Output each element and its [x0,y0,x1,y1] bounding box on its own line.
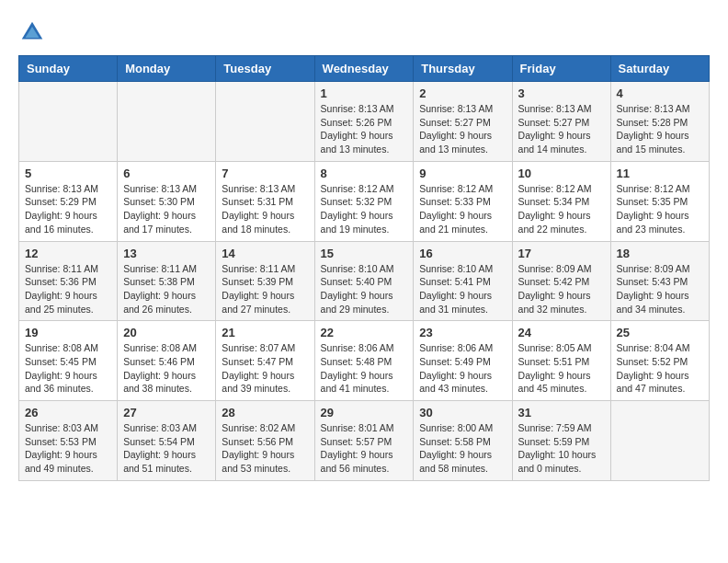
calendar-header-monday: Monday [118,56,216,82]
day-info: Sunrise: 8:13 AMSunset: 5:26 PMDaylight:… [321,102,408,156]
day-number: 21 [222,326,308,339]
calendar-cell: 24Sunrise: 8:05 AMSunset: 5:51 PMDayligh… [512,321,610,401]
calendar-header-friday: Friday [512,56,610,82]
calendar-week-row: 12Sunrise: 8:11 AMSunset: 5:36 PMDayligh… [19,241,710,321]
day-number: 18 [617,247,703,260]
logo [18,18,50,46]
day-info: Sunrise: 8:07 AMSunset: 5:47 PMDaylight:… [222,341,308,396]
calendar-cell [610,401,709,481]
calendar-cell: 15Sunrise: 8:10 AMSunset: 5:40 PMDayligh… [314,241,414,321]
calendar-week-row: 5Sunrise: 8:13 AMSunset: 5:29 PMDaylight… [19,161,710,241]
calendar-cell: 14Sunrise: 8:11 AMSunset: 5:39 PMDayligh… [216,241,314,321]
day-info: Sunrise: 8:00 AMSunset: 5:58 PMDaylight:… [419,421,506,476]
calendar-cell: 26Sunrise: 8:03 AMSunset: 5:53 PMDayligh… [19,401,118,481]
day-number: 11 [617,167,703,180]
day-number: 28 [222,406,308,419]
day-info: Sunrise: 8:12 AMSunset: 5:32 PMDaylight:… [321,182,408,236]
day-info: Sunrise: 8:11 AMSunset: 5:38 PMDaylight:… [123,262,210,316]
day-info: Sunrise: 8:03 AMSunset: 5:53 PMDaylight:… [25,421,111,476]
day-info: Sunrise: 8:08 AMSunset: 5:46 PMDaylight:… [123,341,210,396]
day-number: 24 [518,326,605,339]
calendar-cell: 29Sunrise: 8:01 AMSunset: 5:57 PMDayligh… [314,401,414,481]
day-number: 16 [419,247,506,260]
calendar-table: SundayMondayTuesdayWednesdayThursdayFrid… [18,55,710,481]
calendar-header-saturday: Saturday [610,56,709,82]
calendar-cell: 18Sunrise: 8:09 AMSunset: 5:43 PMDayligh… [610,241,709,321]
calendar-cell: 5Sunrise: 8:13 AMSunset: 5:29 PMDaylight… [19,161,118,241]
calendar-cell: 4Sunrise: 8:13 AMSunset: 5:28 PMDaylight… [610,82,709,162]
day-number: 15 [321,247,408,260]
day-info: Sunrise: 8:13 AMSunset: 5:29 PMDaylight:… [25,182,111,236]
day-info: Sunrise: 8:03 AMSunset: 5:54 PMDaylight:… [123,421,210,476]
day-info: Sunrise: 8:13 AMSunset: 5:31 PMDaylight:… [222,182,308,236]
day-number: 9 [419,167,506,180]
day-number: 19 [25,326,111,339]
day-info: Sunrise: 8:05 AMSunset: 5:51 PMDaylight:… [518,341,605,396]
calendar-cell: 30Sunrise: 8:00 AMSunset: 5:58 PMDayligh… [414,401,512,481]
calendar-cell: 1Sunrise: 8:13 AMSunset: 5:26 PMDaylight… [314,82,414,162]
day-number: 29 [321,406,408,419]
day-info: Sunrise: 8:13 AMSunset: 5:28 PMDaylight:… [617,102,703,156]
calendar-cell: 2Sunrise: 8:13 AMSunset: 5:27 PMDaylight… [414,82,512,162]
day-info: Sunrise: 8:12 AMSunset: 5:35 PMDaylight:… [617,182,703,236]
calendar-header-sunday: Sunday [19,56,118,82]
day-info: Sunrise: 8:13 AMSunset: 5:27 PMDaylight:… [419,102,506,156]
calendar-cell: 22Sunrise: 8:06 AMSunset: 5:48 PMDayligh… [314,321,414,401]
calendar-week-row: 1Sunrise: 8:13 AMSunset: 5:26 PMDaylight… [19,82,710,162]
day-number: 5 [25,167,111,180]
calendar-cell: 13Sunrise: 8:11 AMSunset: 5:38 PMDayligh… [118,241,216,321]
day-number: 20 [123,326,210,339]
day-info: Sunrise: 8:06 AMSunset: 5:49 PMDaylight:… [419,341,506,396]
calendar-cell: 17Sunrise: 8:09 AMSunset: 5:42 PMDayligh… [512,241,610,321]
logo-icon [18,18,46,46]
day-number: 13 [123,247,210,260]
day-number: 31 [518,406,605,419]
day-number: 4 [617,86,703,100]
day-info: Sunrise: 8:10 AMSunset: 5:41 PMDaylight:… [419,262,506,316]
day-info: Sunrise: 8:08 AMSunset: 5:45 PMDaylight:… [25,341,111,396]
day-number: 14 [222,247,308,260]
day-number: 25 [617,326,703,339]
day-info: Sunrise: 8:09 AMSunset: 5:43 PMDaylight:… [617,262,703,316]
day-info: Sunrise: 8:01 AMSunset: 5:57 PMDaylight:… [321,421,408,476]
calendar-cell: 20Sunrise: 8:08 AMSunset: 5:46 PMDayligh… [118,321,216,401]
day-number: 26 [25,406,111,419]
day-number: 3 [518,86,605,100]
calendar-header-wednesday: Wednesday [314,56,414,82]
day-number: 1 [321,86,408,100]
calendar-header-row: SundayMondayTuesdayWednesdayThursdayFrid… [19,56,710,82]
calendar-cell: 23Sunrise: 8:06 AMSunset: 5:49 PMDayligh… [414,321,512,401]
day-number: 30 [419,406,506,419]
day-number: 27 [123,406,210,419]
day-number: 8 [321,167,408,180]
day-number: 6 [123,167,210,180]
day-number: 17 [518,247,605,260]
day-info: Sunrise: 8:09 AMSunset: 5:42 PMDaylight:… [518,262,605,316]
calendar-header-thursday: Thursday [414,56,512,82]
calendar-cell: 3Sunrise: 8:13 AMSunset: 5:27 PMDaylight… [512,82,610,162]
day-info: Sunrise: 8:13 AMSunset: 5:27 PMDaylight:… [518,102,605,156]
calendar-cell: 21Sunrise: 8:07 AMSunset: 5:47 PMDayligh… [216,321,314,401]
calendar-cell [216,82,314,162]
day-number: 7 [222,167,308,180]
calendar-cell: 25Sunrise: 8:04 AMSunset: 5:52 PMDayligh… [610,321,709,401]
calendar-header-tuesday: Tuesday [216,56,314,82]
day-number: 2 [419,86,506,100]
day-info: Sunrise: 8:13 AMSunset: 5:30 PMDaylight:… [123,182,210,236]
calendar-cell: 27Sunrise: 8:03 AMSunset: 5:54 PMDayligh… [118,401,216,481]
calendar-cell [118,82,216,162]
calendar-cell: 19Sunrise: 8:08 AMSunset: 5:45 PMDayligh… [19,321,118,401]
calendar-cell: 6Sunrise: 8:13 AMSunset: 5:30 PMDaylight… [118,161,216,241]
day-info: Sunrise: 8:04 AMSunset: 5:52 PMDaylight:… [617,341,703,396]
calendar-cell: 12Sunrise: 8:11 AMSunset: 5:36 PMDayligh… [19,241,118,321]
page-header [18,18,710,46]
calendar-cell: 8Sunrise: 8:12 AMSunset: 5:32 PMDaylight… [314,161,414,241]
calendar-week-row: 26Sunrise: 8:03 AMSunset: 5:53 PMDayligh… [19,401,710,481]
calendar-cell: 16Sunrise: 8:10 AMSunset: 5:41 PMDayligh… [414,241,512,321]
day-number: 10 [518,167,605,180]
day-info: Sunrise: 8:11 AMSunset: 5:39 PMDaylight:… [222,262,308,316]
calendar-week-row: 19Sunrise: 8:08 AMSunset: 5:45 PMDayligh… [19,321,710,401]
calendar-cell [19,82,118,162]
calendar-cell: 31Sunrise: 7:59 AMSunset: 5:59 PMDayligh… [512,401,610,481]
day-info: Sunrise: 8:11 AMSunset: 5:36 PMDaylight:… [25,262,111,316]
